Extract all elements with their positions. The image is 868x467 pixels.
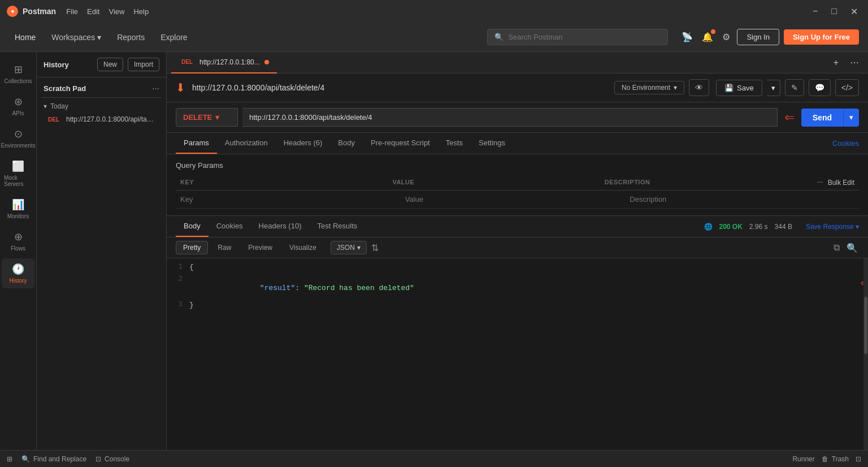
search-bar[interactable]: 🔍 [487,29,668,45]
code-line-1: 1 { [167,263,868,275]
panel-header: History New Import [37,52,166,77]
save-button[interactable]: 💾 Save [716,80,762,96]
send-button[interactable]: Send [801,109,843,127]
req-tab-authorization[interactable]: Authorization [217,133,276,154]
tab-menu-button[interactable]: ⋯ [845,55,863,70]
sidebar-item-collections[interactable]: ⊞ Collections [2,59,34,89]
trash-button[interactable]: 🗑 Trash [822,455,849,463]
nav-home[interactable]: Home [9,29,41,45]
new-tab-button[interactable]: + [829,55,843,70]
res-tab-cookies[interactable]: Cookies [209,216,251,237]
maximize-button[interactable]: □ [828,5,840,18]
format-selector[interactable]: JSON ▾ [331,241,367,254]
params-table-header: KEY VALUE DESCRIPTION ⋯ Bulk Edit [176,175,859,191]
res-tab-headers[interactable]: Headers (10) [251,216,310,237]
sidebar-item-apis[interactable]: ⊛ APIs [2,91,34,121]
nav-reports[interactable]: Reports [111,29,150,45]
expand-button[interactable]: ⊡ [856,455,861,463]
eye-button[interactable]: 👁 [689,79,709,96]
response-tabs-bar: Body Cookies Headers (10) Test Results 🌐… [167,216,868,237]
menu-help[interactable]: Help [133,7,149,16]
panel-menu-icon[interactable]: ⋯ [152,84,159,93]
nav-workspaces[interactable]: Workspaces ▾ [46,29,107,45]
fmt-tab-preview[interactable]: Preview [241,241,280,254]
environment-selector[interactable]: No Environment ▾ [614,81,684,94]
runner-button[interactable]: Runner [792,455,814,463]
sidebar-item-environments[interactable]: ⊙ Environments [2,123,34,153]
search-icon: 🔍 [21,455,30,463]
fmt-tab-raw[interactable]: Raw [210,241,238,254]
nav-workspaces-label: Workspaces [51,33,95,42]
menu-view[interactable]: View [108,7,124,16]
scrollbar-track[interactable] [863,258,868,450]
send-dropdown-button[interactable]: ▾ [843,109,859,127]
env-container: No Environment ▾ 👁 [614,79,709,96]
col-description: DESCRIPTION [605,179,812,187]
cookies-link[interactable]: Cookies [832,133,859,153]
req-tab-params[interactable]: Params [176,133,217,154]
panel-content: Scratch Pad ⋯ ▾ Today DEL http://127.0.0… [37,77,166,450]
console-label: Console [105,455,129,463]
tab-label: http://127.0.0.1:80... [199,58,260,66]
sidebar-item-history[interactable]: 🕐 History [2,258,34,288]
titlebar-menu: File Edit View Help [66,7,149,16]
sidebar-item-monitors[interactable]: 📊 Monitors [2,194,34,224]
res-tab-test-results[interactable]: Test Results [309,216,365,237]
req-tab-headers[interactable]: Headers (6) [276,133,331,154]
fmt-tab-visualize[interactable]: Visualize [282,241,324,254]
edit-icon-button[interactable]: ✎ [785,79,804,96]
layout-toggle-button[interactable]: ⊞ [7,455,12,463]
param-desc-input[interactable] [630,195,850,204]
menu-file[interactable]: File [66,7,78,16]
param-value-input[interactable] [405,195,626,204]
console-button[interactable]: ⊡ Console [96,455,129,463]
find-replace-button[interactable]: 🔍 Find and Replace [21,455,86,463]
sidebar-item-mock-servers[interactable]: ⬜ Mock Servers [2,155,34,192]
req-tab-settings[interactable]: Settings [471,133,513,154]
copy-icon-button[interactable]: ⧉ [832,241,841,254]
request-tab-active[interactable]: DEL http://127.0.0.1:80... [171,52,277,73]
save-dropdown-button[interactable]: ▾ [767,80,780,96]
params-menu-icon[interactable]: ⋯ [817,179,823,187]
signin-button[interactable]: Sign In [737,29,779,45]
history-item[interactable]: DEL http://127.0.0.1:8000/api/task/delet… [41,113,162,126]
comment-icon-button[interactable]: 💬 [809,79,831,96]
code-icon-button[interactable]: </> [835,79,859,96]
history-group-today: ▾ Today DEL http://127.0.0.1:8000/api/ta… [41,100,162,126]
method-selector[interactable]: DELETE ▾ [176,108,238,127]
satellite-icon-button[interactable]: 📡 [679,29,695,45]
menu-edit[interactable]: Edit [87,7,99,16]
url-input[interactable] [242,108,778,127]
new-button[interactable]: New [97,58,123,71]
param-key-input[interactable] [180,195,401,204]
filter-icon-button[interactable]: ⇅ [371,243,379,253]
fmt-tab-pretty[interactable]: Pretty [176,241,208,254]
save-response-button[interactable]: Save Response ▾ [806,223,859,231]
download-arrow-icon: ⬇ [176,81,185,94]
import-button[interactable]: Import [128,58,159,71]
search-response-button[interactable]: 🔍 [845,241,859,254]
signup-button[interactable]: Sign Up for Free [784,29,859,45]
nav-explore[interactable]: Explore [155,29,193,45]
req-tab-body[interactable]: Body [330,133,363,154]
res-tab-body[interactable]: Body [176,216,209,237]
panel-actions: New Import [97,58,159,71]
runner-label: Runner [792,455,814,463]
bulk-edit-button[interactable]: Bulk Edit [828,179,854,187]
req-tab-tests[interactable]: Tests [438,133,471,154]
notification-bell-button[interactable]: 🔔 [700,29,715,45]
search-input[interactable] [508,33,661,41]
panel-title: History [44,60,69,69]
code-line-2: 2 "result": "Record has been deleted" ⇐ [167,275,868,301]
tab-bar: DEL http://127.0.0.1:80... + ⋯ [167,52,868,73]
settings-button[interactable]: ⚙ [720,29,732,45]
bottom-bar: ⊞ 🔍 Find and Replace ⊡ Console Runner 🗑 … [0,450,868,467]
scrollbar-thumb[interactable] [864,297,867,354]
close-button[interactable]: ✕ [847,5,861,18]
sidebar-label-mock-servers: Mock Servers [4,175,32,187]
history-group-header[interactable]: ▾ Today [41,100,162,113]
req-tab-prerequest[interactable]: Pre-request Script [363,133,438,154]
response-format-bar: Pretty Raw Preview Visualize JSON ▾ ⇅ ⧉ … [167,237,868,258]
sidebar-item-flows[interactable]: ⊕ Flows [2,226,34,256]
minimize-button[interactable]: − [809,5,821,18]
